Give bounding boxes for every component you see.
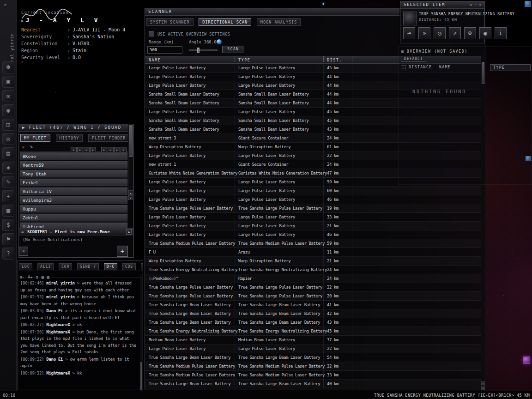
scroll-up-icon[interactable]: ▲ [128, 190, 133, 195]
journal-icon[interactable]: ✎ [2, 176, 14, 188]
scan-result-row[interactable]: Large Pulse Laser Battery Large Pulse La… [145, 345, 485, 353]
column-divider[interactable] [352, 56, 352, 62]
scan-result-row[interactable]: True Sansha Large Beam Laser Battery Tru… [145, 380, 485, 388]
notification-blink-icon[interactable] [526, 156, 531, 161]
look-at-button[interactable]: ◉ [479, 27, 491, 39]
items-icon[interactable]: ▤ [2, 147, 14, 159]
tab-cos[interactable]: COS [122, 263, 136, 270]
tab-corp[interactable]: COR [59, 263, 72, 270]
column-header-name[interactable]: NAME [439, 64, 451, 71]
scan-result-row[interactable]: True Sansha Medium Pulse Laser Battery T… [145, 371, 485, 380]
neocom-expand-icon[interactable]: » [0, 0, 16, 7]
chat-scrollbar[interactable] [140, 275, 143, 391]
tab-ccwym[interactable]: CCWYM [141, 263, 143, 270]
scan-result-row[interactable]: True Sansha Large Beam Laser Battery Tru… [145, 301, 485, 309]
fitting-icon[interactable]: ◎ [2, 133, 14, 145]
scan-result-row[interactable]: True Sansha Large Pulse Laser Battery Tr… [145, 283, 485, 292]
column-header-dist[interactable]: DIST. [327, 56, 342, 64]
keep-at-range-button[interactable]: ⇗ [449, 27, 461, 39]
scan-result-row[interactable]: True Sansha Medium Pulse Laser Battery T… [145, 362, 485, 371]
scroll-down-icon[interactable]: ▼ [481, 386, 485, 390]
angle-slider[interactable] [189, 49, 218, 51]
scroll-down-icon[interactable]: ▼ [128, 195, 133, 200]
minimize-icon[interactable]: ─ [474, 1, 477, 8]
scan-result-row[interactable]: (=Peekaboo=)™ Rapier 24 km [145, 274, 485, 283]
notification-blink-icon[interactable] [525, 1, 531, 7]
scan-result-row[interactable]: True Sansha Large Beam Laser Battery Tru… [145, 318, 485, 327]
scan-result-row[interactable]: True Sansha Energy Neutralizing Battery … [145, 266, 485, 274]
column-divider[interactable] [323, 56, 324, 62]
fleet-member-row[interactable]: evilempire3 [19, 196, 128, 204]
fleet-member-row[interactable]: Vulturia IV [19, 187, 128, 195]
tab-alliance[interactable]: ALLI [37, 263, 54, 270]
tab-my-fleet[interactable]: MY FLEET [20, 134, 50, 142]
market-icon[interactable]: ◫ [2, 119, 14, 131]
use-overview-settings-checkbox[interactable] [149, 31, 154, 36]
scrollbar-thumb[interactable] [129, 125, 133, 157]
regroup-icon[interactable]: ≈ [19, 247, 28, 256]
close-icon[interactable]: ✕ [479, 1, 482, 8]
scan-result-row[interactable]: Medium Beam Laser Battery Medium Beam La… [145, 336, 485, 345]
scan-result-row[interactable]: Large Pulse Laser Battery Large Pulse La… [145, 230, 485, 239]
fleet-member-row[interactable]: IskFiend [19, 222, 128, 228]
scroll-up-icon[interactable]: ▲ [481, 381, 485, 385]
character-portrait-icon[interactable]: ☻ [2, 61, 14, 73]
edit-fleet-icon[interactable]: ✎ [30, 144, 33, 149]
scan-result-row[interactable]: True Sansha Large Pulse Laser Battery Tr… [145, 204, 485, 213]
scan-result-row[interactable]: Large Pulse Laser Battery Large Pulse La… [145, 213, 485, 222]
tab-moon-analysis[interactable]: MOON ANALYSIS [257, 18, 301, 26]
scan-result-row[interactable]: True Sansha Energy Neutralizing Battery … [145, 327, 485, 336]
scan-result-row[interactable]: Large Pulse Laser Battery Large Pulse La… [145, 187, 485, 195]
fleet-member-row[interactable]: Huppu [19, 205, 128, 213]
column-divider[interactable] [235, 56, 235, 62]
tab-d-c[interactable]: D-C [104, 263, 117, 270]
fleet-window-title[interactable]: ▶ FLEET (46) / WING 1 / SQUAD [19, 124, 133, 132]
column-header-distance[interactable]: DISTANCE [409, 64, 432, 71]
scan-result-row[interactable]: True Sansha Large Pulse Laser Battery Tr… [145, 292, 485, 301]
column-header-name[interactable]: NAME [149, 56, 161, 64]
scan-result-row[interactable]: True Sansha Large Beam Laser Battery Tru… [145, 353, 485, 362]
warp-to-button[interactable]: » [418, 27, 430, 39]
timestamp-toggle-icon[interactable]: ≣ [36, 275, 38, 279]
scan-button[interactable]: SCAN [222, 46, 244, 53]
fleet-member-row[interactable]: BKone [19, 152, 128, 160]
fleet-member-row[interactable]: Erikel [19, 178, 128, 187]
font-increase-button[interactable]: A+ [28, 275, 32, 279]
tab-directional-scan[interactable]: DIRECTIONAL SCAN [199, 18, 251, 26]
tab-default[interactable]: DEFAULT [401, 56, 426, 62]
selected-item-thumbnail[interactable] [403, 12, 417, 25]
help-icon[interactable]: ? [2, 248, 14, 260]
fleet-member-row[interactable]: Tony Utah [19, 169, 128, 178]
tab-fleet-finder[interactable]: FLEET FINDER [88, 134, 129, 142]
scan-result-row[interactable]: True Sansha Large Beam Laser Battery Tru… [145, 309, 485, 318]
tab-system-scanner[interactable]: SYSTEM SCANNER [146, 18, 193, 26]
approach-button[interactable]: ⇥ [403, 27, 415, 39]
corporation-icon[interactable]: ⚑ [2, 233, 14, 245]
tab-local[interactable]: LOC [19, 263, 32, 270]
wallet-icon[interactable]: $ [2, 219, 14, 231]
scan-result-row[interactable]: Large Pulse Laser Battery Large Pulse La… [145, 222, 485, 230]
member-list-icon[interactable]: ▥ [47, 275, 49, 279]
pin-icon[interactable]: ⊙ [470, 1, 472, 8]
column-header-type[interactable]: TYPE [238, 56, 250, 64]
selected-item-title[interactable]: SELECTED ITEM ⊙─✕ [400, 1, 484, 9]
fleet-member-row[interactable]: Ventro69 [19, 161, 128, 169]
people-places-icon[interactable]: ◉ [2, 104, 14, 116]
fleet-list-scrollbar[interactable]: ▲ ▼ [128, 124, 133, 200]
sort-icon[interactable]: ▴ [401, 65, 406, 70]
scan-result-row[interactable]: Warp Disruption Battery Warp Disruption … [145, 257, 485, 266]
show-info-button[interactable]: i [495, 27, 507, 39]
slider-thumb[interactable] [197, 48, 200, 53]
assets-icon[interactable]: ▦ [2, 205, 14, 217]
range-input[interactable] [147, 46, 182, 54]
scan-result-row[interactable]: F U Arazu 11 km [145, 248, 485, 257]
leave-fleet-icon[interactable]: ✕ [22, 144, 25, 150]
collapse-chevron-icon[interactable]: ▲ [126, 229, 132, 235]
fleet-status-bar[interactable]: ≡ SCOOTER1 - Fleet is now Free-Move ▲ [19, 228, 133, 236]
fleet-member-row[interactable]: Zektul [19, 213, 128, 222]
column-header-type[interactable]: TYPE [490, 64, 531, 71]
scan-result-row[interactable]: Large Pulse Laser Battery Large Pulse La… [145, 195, 485, 204]
mail-icon[interactable]: ✉ [2, 90, 14, 102]
font-decrease-button[interactable]: a- [20, 275, 24, 279]
tab-send[interactable]: SEND ? [77, 263, 99, 270]
